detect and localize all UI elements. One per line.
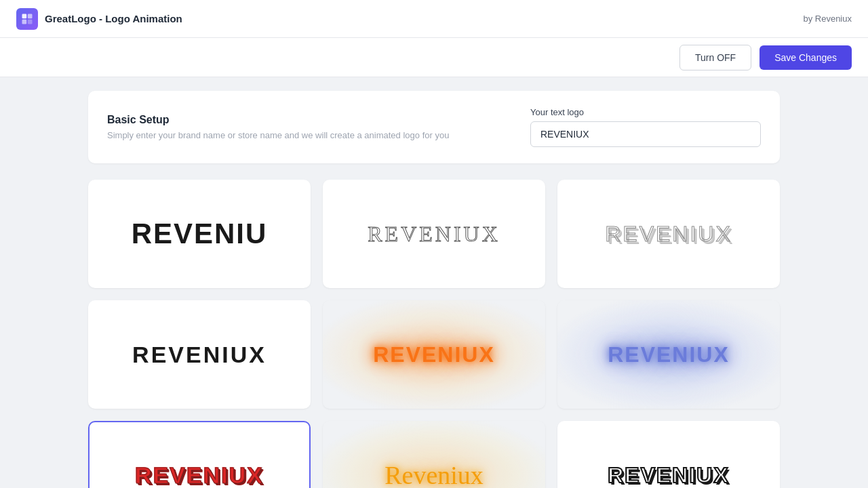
- logo-card-9[interactable]: REVENIUX: [557, 421, 780, 488]
- svg-rect-1: [28, 14, 33, 18]
- logo-text-9: REVENIUX: [608, 463, 730, 488]
- app-icon: [16, 8, 38, 30]
- logo-card-3[interactable]: REVENIUX: [557, 180, 780, 288]
- logo-text-1: REVENIU: [132, 218, 268, 250]
- svg-rect-3: [28, 19, 33, 24]
- basic-setup-card: Basic Setup Simply enter your brand name…: [88, 91, 780, 163]
- logo-card-7[interactable]: REVENIUX: [88, 421, 311, 488]
- header: GreatLogo - Logo Animation by Reveniux: [0, 0, 868, 38]
- logo-text-7: REVENIUX: [135, 462, 264, 489]
- save-changes-button[interactable]: Save Changes: [760, 45, 852, 70]
- logo-text-2: REVENIUX: [368, 222, 500, 247]
- basic-setup-title: Basic Setup: [107, 114, 449, 126]
- logo-card-8[interactable]: Reveniux: [323, 421, 545, 488]
- logo-text-5: REVENIUX: [373, 342, 495, 367]
- svg-rect-0: [22, 14, 27, 18]
- logo-text-3: REVENIUX: [605, 222, 732, 247]
- text-logo-input[interactable]: [530, 121, 761, 147]
- text-logo-label: Your text logo: [530, 107, 761, 117]
- logo-card-5[interactable]: REVENIUX: [323, 300, 545, 409]
- header-right: by Reveniux: [803, 14, 852, 24]
- logo-text-8: Reveniux: [384, 460, 484, 488]
- basic-setup-right: Your text logo: [530, 107, 761, 147]
- app-title: GreatLogo - Logo Animation: [45, 13, 182, 24]
- logo-card-4[interactable]: REVENIUX: [88, 300, 311, 409]
- logo-text-4: REVENIUX: [132, 342, 267, 368]
- toolbar: Turn OFF Save Changes: [0, 38, 868, 77]
- logo-grid: REVENIU REVENIUX REVENIUX REVENIUX REVEN…: [88, 180, 780, 488]
- logo-card-1[interactable]: REVENIU: [88, 180, 311, 288]
- by-reveniux: by Reveniux: [803, 14, 852, 24]
- logo-card-6[interactable]: REVENIUX: [557, 300, 780, 409]
- header-left: GreatLogo - Logo Animation: [16, 8, 182, 30]
- turn-off-button[interactable]: Turn OFF: [679, 45, 751, 70]
- main-content: Basic Setup Simply enter your brand name…: [0, 77, 868, 488]
- svg-rect-2: [22, 19, 27, 24]
- basic-setup-description: Simply enter your brand name or store na…: [107, 130, 449, 140]
- logo-text-6: REVENIUX: [608, 342, 730, 367]
- basic-setup-left: Basic Setup Simply enter your brand name…: [107, 114, 449, 140]
- logo-card-2[interactable]: REVENIUX: [323, 180, 545, 288]
